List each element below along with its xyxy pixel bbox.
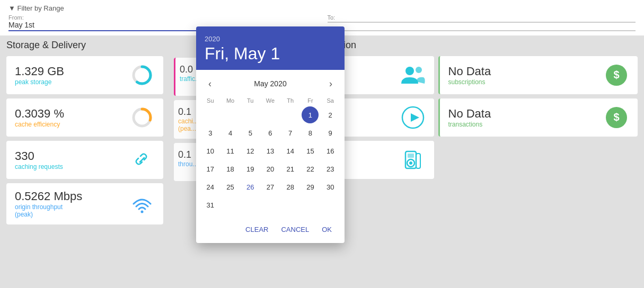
calendar-week-4: 17 18 19 20 21 22 23 [200, 160, 340, 178]
subscriptions-icon: $ [604, 62, 629, 88]
svg-point-15 [409, 161, 412, 165]
calendar-nav: ‹ May 2020 › [196, 74, 345, 93]
caching-requests-value: 330 [15, 149, 63, 163]
calendar-header: 2020 Fri, May 1 [196, 26, 345, 70]
to-value[interactable] [328, 21, 636, 23]
cal-day-empty [222, 196, 239, 213]
cal-day-2[interactable]: 2 [322, 106, 339, 123]
calendar-week-1: 1 2 [200, 106, 340, 124]
svg-point-5 [405, 67, 414, 75]
calendar-week-3: 10 11 12 13 14 15 16 [200, 142, 340, 160]
cal-day-empty [222, 106, 239, 123]
cal-day-1[interactable]: 1 [302, 106, 319, 123]
cal-day-11[interactable]: 11 [222, 142, 239, 159]
clear-button[interactable]: CLEAR [241, 222, 272, 237]
calendar-month-label: May 2020 [254, 79, 286, 88]
cal-day-7[interactable]: 7 [282, 124, 299, 141]
cache-efficiency-value: 0.3039 % [15, 107, 64, 121]
subscriptions-value: No Data [448, 65, 491, 78]
cal-day-20[interactable]: 20 [262, 160, 279, 177]
peak-storage-label: peak storage [15, 78, 64, 86]
cal-day-28[interactable]: 28 [282, 178, 299, 195]
day-header-mo: Mo [220, 95, 241, 106]
metric-card-origin-throughput: 0.5262 Mbps origin throughput(peak) [6, 183, 163, 224]
cal-day-15[interactable]: 15 [302, 142, 319, 159]
cal-day-22[interactable]: 22 [302, 160, 319, 177]
svg-rect-16 [408, 154, 414, 158]
cal-day-29[interactable]: 29 [302, 178, 319, 195]
cal-day-23[interactable]: 23 [322, 160, 339, 177]
cal-day-5[interactable]: 5 [242, 124, 259, 141]
day-header-sa: Sa [320, 95, 340, 106]
next-month-button[interactable]: › [323, 76, 338, 91]
cancel-button[interactable]: CANCEL [277, 222, 313, 237]
cache-efficiency-icon [129, 105, 155, 130]
day-header-su: Su [200, 95, 220, 106]
users-icon [400, 62, 426, 88]
peak-storage-icon [129, 62, 155, 88]
from-label: From: [8, 14, 317, 21]
transactions-icon: $ [604, 105, 629, 130]
svg-marker-10 [411, 113, 419, 122]
calendar-week-6: 31 [200, 196, 340, 214]
peak-storage-value: 1.329 GB [15, 65, 64, 78]
calendar-grid: Su Mo Tu We Th Fr Sa 1 2 3 4 [196, 95, 345, 214]
calendar-body: ‹ May 2020 › Su Mo Tu We Th Fr Sa [196, 70, 345, 218]
caching-requests-label: caching requests [15, 163, 63, 170]
cal-day-empty [242, 196, 259, 213]
calendar-week-2: 3 4 5 6 7 8 9 [200, 124, 340, 142]
cal-day-24[interactable]: 24 [202, 178, 219, 195]
calendar-selected-date: Fri, May 1 [205, 44, 336, 64]
cal-day-16[interactable]: 16 [322, 142, 339, 159]
calendar-days-header: Su Mo Tu We Th Fr Sa [200, 95, 340, 106]
metric-card-subscriptions: No Data subscriptions $ [438, 56, 638, 94]
day-header-th: Th [280, 95, 301, 106]
cal-day-10[interactable]: 10 [202, 142, 219, 159]
transactions-value: No Data [448, 107, 491, 121]
cal-day-empty [302, 196, 319, 213]
cal-day-27[interactable]: 27 [262, 178, 279, 195]
storage-delivery-panel: Storage & Delivery 1.329 GB peak storage… [0, 40, 170, 229]
metric-card-cache-efficiency: 0.3039 % cache efficiency [6, 98, 163, 137]
cal-day-12[interactable]: 12 [242, 142, 259, 159]
ad-views-icon [400, 147, 426, 173]
cal-day-8[interactable]: 8 [302, 124, 319, 141]
cal-day-31[interactable]: 31 [202, 196, 219, 213]
cal-day-13[interactable]: 13 [262, 142, 279, 159]
cal-day-empty [322, 196, 339, 213]
cal-day-empty [282, 196, 299, 213]
cal-day-25[interactable]: 25 [222, 178, 239, 195]
cal-day-18[interactable]: 18 [222, 160, 239, 177]
cal-day-9[interactable]: 9 [322, 124, 339, 141]
cal-day-empty [202, 106, 219, 123]
cal-day-19[interactable]: 19 [242, 160, 259, 177]
calendar-week-5: 24 25 26 27 28 29 30 [200, 178, 340, 196]
cal-day-3[interactable]: 3 [202, 124, 219, 141]
origin-throughput-icon [129, 191, 155, 217]
calendar-modal: 2020 Fri, May 1 ‹ May 2020 › Su Mo Tu We… [196, 26, 345, 243]
storage-delivery-title: Storage & Delivery [6, 40, 163, 51]
prev-month-button[interactable]: ‹ [202, 76, 217, 91]
cal-day-26[interactable]: 26 [242, 178, 259, 195]
cal-day-4[interactable]: 4 [222, 124, 239, 141]
cal-day-21[interactable]: 21 [282, 160, 299, 177]
calendar-actions: CLEAR CANCEL OK [196, 218, 345, 243]
metric-card-peak-storage: 1.329 GB peak storage [6, 56, 163, 94]
cal-day-30[interactable]: 30 [322, 178, 339, 195]
origin-throughput-label: origin throughput(peak) [15, 203, 82, 218]
to-input-group[interactable]: To: [317, 14, 636, 31]
day-header-tu: Tu [240, 95, 260, 106]
svg-point-6 [416, 67, 422, 73]
cal-day-17[interactable]: 17 [202, 160, 219, 177]
cal-day-14[interactable]: 14 [282, 142, 299, 159]
filter-title[interactable]: ▼ Filter by Range [8, 4, 636, 12]
cal-day-6[interactable]: 6 [262, 124, 279, 141]
cal-day-empty [282, 106, 299, 123]
svg-point-4 [141, 211, 144, 213]
to-label: To: [328, 14, 636, 21]
day-header-we: We [260, 95, 280, 106]
ok-button[interactable]: OK [317, 222, 336, 237]
metric-card-transactions: No Data transactions $ [438, 98, 638, 137]
calendar-year: 2020 [205, 35, 336, 43]
cache-efficiency-label: cache efficiency [15, 121, 64, 128]
